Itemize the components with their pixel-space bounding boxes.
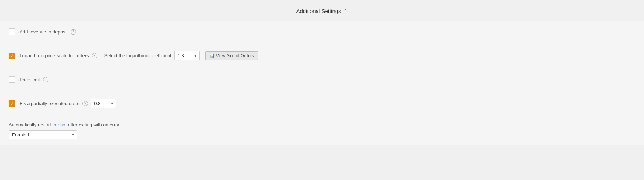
auto-restart-label-before: Automatically restart (9, 122, 52, 127)
price-limit-help-icon[interactable]: ? (43, 77, 48, 82)
logarithmic-section: -Logarithmic price scale for orders ? Se… (0, 43, 644, 68)
auto-restart-label: Automatically restart the bot after exit… (9, 122, 635, 127)
fix-partial-row: -Fix a partially executed order ? 0.8 0.… (9, 97, 635, 110)
fix-partial-select-wrapper: 0.8 0.5 1.0 ▼ (91, 99, 116, 108)
auto-restart-select-wrapper: Enabled Disabled ▼ (9, 130, 77, 139)
fix-partial-section: -Fix a partially executed order ? 0.8 0.… (0, 91, 644, 116)
price-limit-row: -Price limit ? (9, 74, 635, 85)
view-grid-label: View Grid of Orders (216, 53, 254, 58)
logarithmic-help-icon[interactable]: ? (92, 53, 97, 58)
page-container: Additional Settings ⌃ -Add revenue to de… (0, 0, 644, 180)
fix-partial-help-icon[interactable]: ? (82, 101, 88, 106)
coefficient-select[interactable]: 1.3 1.5 2.0 (174, 51, 200, 60)
price-limit-label: -Price limit (18, 77, 40, 82)
fix-partial-label: -Fix a partially executed order (18, 101, 80, 106)
price-limit-checkbox[interactable] (9, 76, 15, 83)
logarithmic-checkbox[interactable] (9, 53, 15, 59)
logarithmic-label: -Logarithmic price scale for orders (18, 53, 89, 58)
fix-partial-checkbox[interactable] (9, 100, 15, 107)
auto-restart-label-highlight: the bot (52, 122, 67, 127)
add-revenue-checkbox[interactable] (9, 28, 15, 35)
coefficient-label: Select the logarithmic coefficient (104, 53, 171, 58)
price-limit-section: -Price limit ? (0, 68, 644, 91)
add-revenue-row: -Add revenue to deposit ? (9, 26, 635, 37)
fix-partial-select[interactable]: 0.8 0.5 1.0 (91, 99, 116, 108)
additional-settings-header: Additional Settings ⌃ (0, 4, 644, 21)
add-revenue-section: -Add revenue to deposit ? (0, 21, 644, 43)
add-revenue-label: -Add revenue to deposit (18, 29, 68, 35)
auto-restart-select[interactable]: Enabled Disabled (9, 130, 77, 139)
bar-chart-icon: 📊 (209, 53, 215, 58)
auto-restart-section: Automatically restart the bot after exit… (0, 116, 644, 145)
logarithmic-row: -Logarithmic price scale for orders ? Se… (9, 49, 635, 62)
chevron-up-icon[interactable]: ⌃ (344, 8, 348, 14)
page-title: Additional Settings (296, 8, 341, 14)
add-revenue-help-icon[interactable]: ? (71, 29, 76, 35)
auto-restart-label-after: after exiting with an error (67, 122, 120, 127)
coefficient-select-wrapper: 1.3 1.5 2.0 ▼ (174, 51, 200, 60)
view-grid-button[interactable]: 📊 View Grid of Orders (205, 51, 258, 60)
